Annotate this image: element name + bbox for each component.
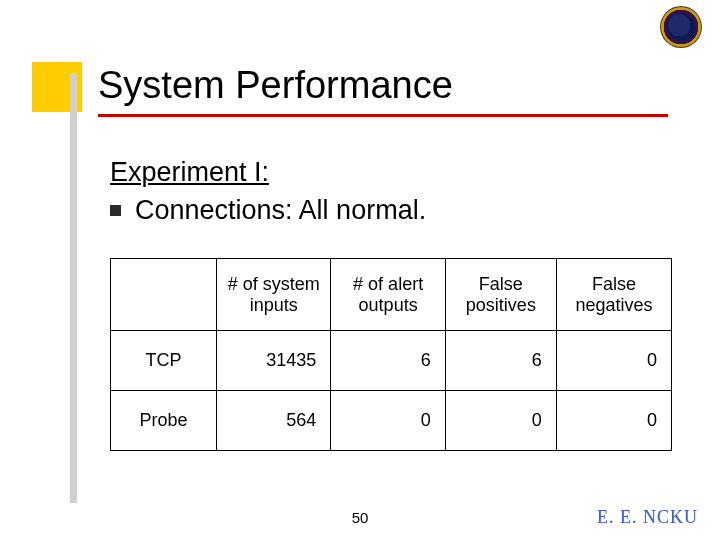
bullet-text: Connections: All normal. [135, 195, 426, 226]
results-table: # of system inputs # of alert outputs Fa… [110, 258, 672, 451]
cell-inputs: 564 [216, 391, 330, 451]
table-header-fp: False positives [445, 259, 556, 331]
table-header-row: # of system inputs # of alert outputs Fa… [111, 259, 672, 331]
slide-title: System Performance [98, 64, 453, 107]
row-label: TCP [111, 331, 217, 391]
slide-logo [660, 6, 702, 48]
cell-inputs: 31435 [216, 331, 330, 391]
experiment-subtitle: Experiment I: [110, 157, 269, 188]
square-bullet-icon [110, 205, 121, 216]
table-header-fn: False negatives [556, 259, 671, 331]
row-label: Probe [111, 391, 217, 451]
footer-brand: E. E. NCKU [597, 507, 698, 528]
table-row: Probe 564 0 0 0 [111, 391, 672, 451]
bullet-row: Connections: All normal. [110, 195, 426, 226]
cell-alerts: 6 [331, 331, 445, 391]
left-stripe [70, 73, 77, 503]
cell-fn: 0 [556, 391, 671, 451]
cell-fp: 6 [445, 331, 556, 391]
cell-alerts: 0 [331, 391, 445, 451]
table-header-blank [111, 259, 217, 331]
table-header-inputs: # of system inputs [216, 259, 330, 331]
title-underline [98, 114, 668, 117]
table-header-alerts: # of alert outputs [331, 259, 445, 331]
cell-fn: 0 [556, 331, 671, 391]
cell-fp: 0 [445, 391, 556, 451]
table-row: TCP 31435 6 6 0 [111, 331, 672, 391]
